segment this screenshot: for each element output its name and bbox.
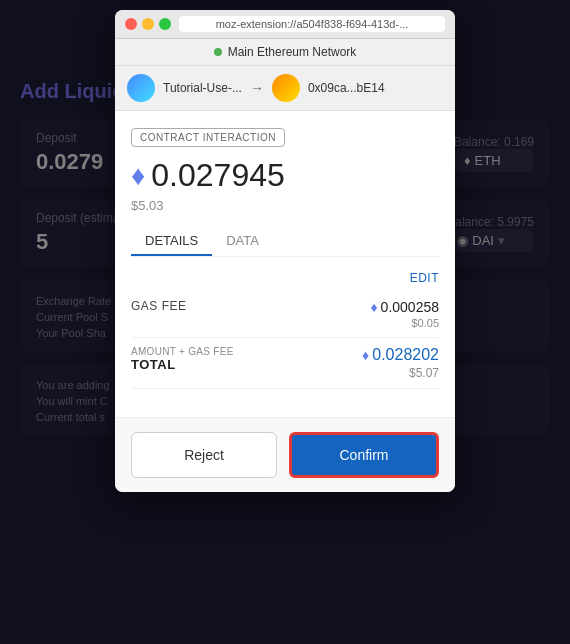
- titlebar-url: moz-extension://a504f838-f694-413d-...: [179, 16, 445, 32]
- amount-row: ♦ 0.027945: [131, 157, 439, 194]
- total-right: ♦ 0.028202 $5.07: [362, 346, 439, 380]
- from-account-name: Tutorial-Use-...: [163, 81, 242, 95]
- total-sublabel: AMOUNT + GAS FEE: [131, 346, 234, 357]
- modal-overlay: moz-extension://a504f838-f694-413d-... M…: [0, 0, 570, 644]
- eth-diamond-large-icon: ♦: [131, 160, 145, 192]
- network-bar: Main Ethereum Network: [115, 39, 455, 66]
- tab-data[interactable]: DATA: [212, 227, 273, 256]
- total-left: AMOUNT + GAS FEE TOTAL: [131, 346, 234, 372]
- arrow-right-icon: →: [250, 80, 264, 96]
- metamask-modal: moz-extension://a504f838-f694-413d-... M…: [115, 10, 455, 492]
- network-status-dot: [214, 48, 222, 56]
- gas-fee-right: ♦ 0.000258 $0.05: [370, 299, 439, 329]
- amount-usd: $5.03: [131, 198, 439, 213]
- titlebar-controls: [125, 18, 171, 30]
- gas-fee-eth-value: 0.000258: [381, 299, 439, 315]
- tab-details[interactable]: DETAILS: [131, 227, 212, 256]
- total-eth-value: 0.028202: [372, 346, 439, 364]
- total-eth-symbol-icon: ♦: [362, 347, 369, 363]
- gas-fee-row: GAS FEE ♦ 0.000258 $0.05: [131, 291, 439, 338]
- modal-titlebar: moz-extension://a504f838-f694-413d-...: [115, 10, 455, 39]
- confirm-button[interactable]: Confirm: [289, 432, 439, 478]
- contract-badge: CONTRACT INTERACTION: [131, 128, 285, 147]
- network-label: Main Ethereum Network: [228, 45, 357, 59]
- reject-button[interactable]: Reject: [131, 432, 277, 478]
- from-account-avatar: [127, 74, 155, 102]
- gas-fee-label: GAS FEE: [131, 299, 187, 313]
- total-label: TOTAL: [131, 357, 234, 372]
- close-window-button[interactable]: [125, 18, 137, 30]
- to-account-avatar: [272, 74, 300, 102]
- modal-body: CONTRACT INTERACTION ♦ 0.027945 $5.03 DE…: [115, 111, 455, 417]
- total-row: AMOUNT + GAS FEE TOTAL ♦ 0.028202 $5.07: [131, 338, 439, 389]
- fee-section: GAS FEE ♦ 0.000258 $0.05 AMOUNT + GAS FE…: [131, 291, 439, 389]
- gas-fee-eth: ♦ 0.000258: [370, 299, 439, 315]
- maximize-window-button[interactable]: [159, 18, 171, 30]
- minimize-window-button[interactable]: [142, 18, 154, 30]
- account-bar: Tutorial-Use-... → 0x09ca...bE14: [115, 66, 455, 111]
- amount-value: 0.027945: [151, 157, 284, 194]
- total-eth: ♦ 0.028202: [362, 346, 439, 364]
- total-usd: $5.07: [362, 366, 439, 380]
- gas-fee-usd: $0.05: [370, 317, 439, 329]
- gas-eth-symbol-icon: ♦: [370, 299, 377, 315]
- modal-buttons: Reject Confirm: [115, 417, 455, 492]
- tabs: DETAILS DATA: [131, 227, 439, 257]
- edit-link[interactable]: EDIT: [410, 271, 439, 285]
- edit-row: EDIT: [131, 271, 439, 285]
- to-account-address: 0x09ca...bE14: [308, 81, 385, 95]
